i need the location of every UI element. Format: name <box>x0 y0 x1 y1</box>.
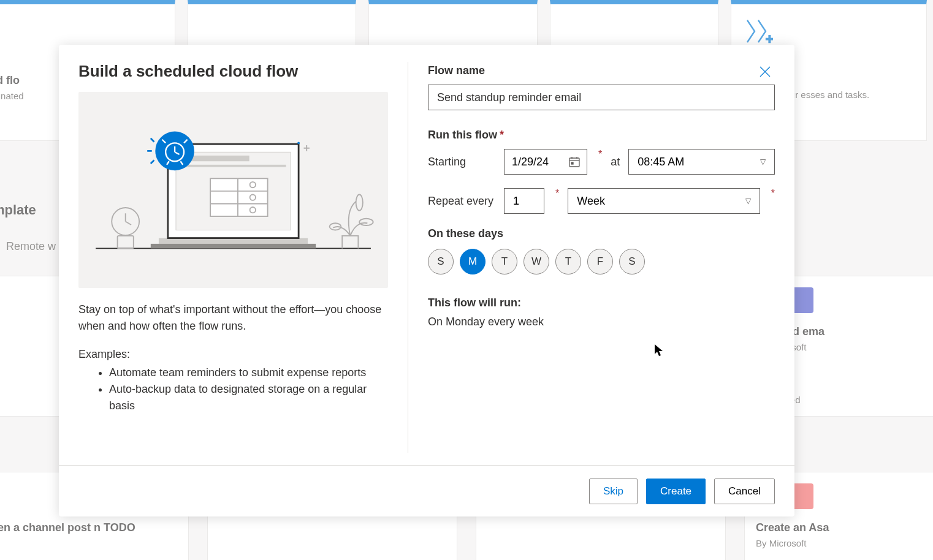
flow-name-input[interactable] <box>428 85 775 110</box>
scheduled-flow-modal: Build a scheduled cloud flow <box>59 45 794 516</box>
modal-right-panel: Flow name Run this flow* Starting 1/29/2… <box>408 62 775 453</box>
repeat-count-input[interactable] <box>504 188 544 214</box>
summary-label: This flow will run: <box>428 297 775 309</box>
flow-name-label: Flow name <box>428 64 775 77</box>
modal-footer: Skip Create Cancel <box>59 465 794 516</box>
day-wednesday[interactable]: W <box>524 249 549 274</box>
day-monday[interactable]: M <box>460 249 486 274</box>
days-label: On these days <box>428 227 775 240</box>
day-thursday[interactable]: T <box>555 249 581 274</box>
example-item: Auto-backup data to designated storage o… <box>109 381 388 414</box>
close-icon <box>760 66 771 77</box>
illustration <box>78 92 388 288</box>
svg-rect-17 <box>210 178 268 216</box>
examples-list: Automate team reminders to submit expens… <box>78 365 388 414</box>
svg-point-8 <box>356 194 363 210</box>
day-friday[interactable]: F <box>587 249 613 274</box>
summary-text: On Monday every week <box>428 316 775 328</box>
modal-left-panel: Build a scheduled cloud flow <box>78 62 408 453</box>
repeat-unit-select[interactable]: Week ▽ <box>568 188 760 214</box>
day-tuesday[interactable]: T <box>492 249 517 274</box>
svg-line-27 <box>151 138 154 142</box>
modal-title: Build a scheduled cloud flow <box>78 62 388 81</box>
close-button[interactable] <box>758 64 772 79</box>
svg-rect-7 <box>118 236 134 249</box>
run-flow-label: Run this flow* <box>428 129 775 142</box>
day-saturday[interactable]: S <box>619 249 645 274</box>
modal-description: Stay on top of what's important without … <box>78 301 388 335</box>
examples-label: Examples: <box>78 348 388 361</box>
day-sunday[interactable]: S <box>428 249 454 274</box>
svg-point-22 <box>250 194 256 200</box>
skip-button[interactable]: Skip <box>589 479 638 504</box>
chevron-down-icon: ▽ <box>745 197 751 205</box>
start-date-input[interactable]: 1/29/24 <box>504 149 587 175</box>
svg-rect-16 <box>180 165 286 167</box>
svg-point-21 <box>250 182 256 187</box>
svg-line-28 <box>151 160 154 164</box>
svg-rect-36 <box>571 162 573 164</box>
svg-point-23 <box>250 207 256 213</box>
start-time-select[interactable]: 08:45 AM ▽ <box>628 149 775 175</box>
starting-label: Starting <box>428 156 495 168</box>
svg-point-31 <box>297 142 300 144</box>
at-label: at <box>611 156 620 168</box>
create-button[interactable]: Create <box>646 479 706 504</box>
example-item: Automate team reminders to submit expens… <box>109 365 388 381</box>
cancel-button[interactable]: Cancel <box>714 479 775 504</box>
svg-rect-12 <box>151 244 316 248</box>
calendar-icon <box>568 156 581 168</box>
chevron-down-icon: ▽ <box>760 157 766 166</box>
svg-point-9 <box>359 219 373 225</box>
days-selector: S M T W T F S <box>428 249 775 274</box>
repeat-label: Repeat every <box>428 195 495 208</box>
